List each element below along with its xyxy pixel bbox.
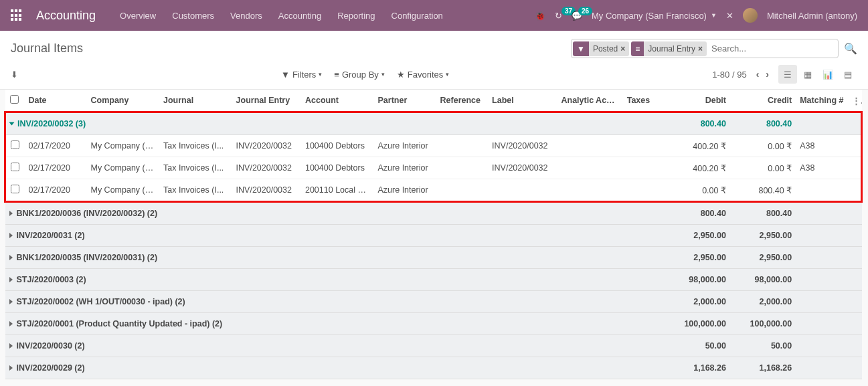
table-row[interactable]: 02/17/2020 My Company (S... Tax Invoices… bbox=[5, 135, 862, 157]
control-panel: Journal Items ▼ Posted × ≡ Journal Entry… bbox=[0, 31, 868, 90]
chevron-down-icon: ▾ bbox=[446, 71, 449, 78]
table-row[interactable]: 02/17/2020 My Company (S... Tax Invoices… bbox=[5, 179, 862, 202]
app-title: Accounting bbox=[36, 9, 96, 23]
caret-right-icon bbox=[9, 321, 13, 326]
group-row[interactable]: STJ/2020/0001 (Product Quantity Updated … bbox=[5, 313, 862, 335]
caret-right-icon bbox=[9, 299, 13, 304]
nav-configuration[interactable]: Configuration bbox=[385, 7, 450, 25]
apps-icon[interactable] bbox=[11, 9, 23, 21]
nav-accounting[interactable]: Accounting bbox=[272, 7, 328, 25]
optional-columns-button[interactable]: ⋮ bbox=[848, 90, 862, 112]
col-label[interactable]: Label bbox=[488, 90, 557, 112]
caret-right-icon bbox=[9, 343, 13, 349]
row-checkbox[interactable] bbox=[11, 163, 19, 171]
table-row[interactable]: 02/17/2020 My Company (S... Tax Invoices… bbox=[5, 157, 862, 179]
company-selector[interactable]: My Company (San Francisco) ▼ bbox=[592, 11, 717, 21]
col-journal[interactable]: Journal bbox=[159, 90, 232, 112]
pager-next[interactable]: › bbox=[766, 69, 769, 80]
group-icon: ≡ bbox=[334, 70, 339, 80]
col-matching[interactable]: Matching # bbox=[796, 90, 848, 112]
group-row[interactable]: STJ/2020/0002 (WH 1/OUT/00030 - ipad) (2… bbox=[5, 291, 862, 313]
caret-right-icon bbox=[9, 233, 13, 238]
col-journal-entry[interactable]: Journal Entry bbox=[232, 90, 301, 112]
search-view[interactable]: ▼ Posted × ≡ Journal Entry × bbox=[571, 39, 839, 58]
star-icon: ★ bbox=[397, 70, 405, 80]
filter-facet-posted[interactable]: ▼ Posted × bbox=[573, 41, 629, 56]
group-row[interactable]: STJ/2020/0003 (2)98,000.0098,000.00 bbox=[5, 269, 862, 291]
settings-icon[interactable]: ✕ bbox=[726, 11, 733, 21]
caret-right-icon bbox=[9, 277, 13, 282]
messaging-icon[interactable]: 💬26 bbox=[572, 11, 582, 21]
user-menu[interactable]: Mitchell Admin (antony) bbox=[767, 11, 857, 21]
avatar[interactable] bbox=[743, 8, 758, 23]
row-checkbox[interactable] bbox=[11, 185, 19, 193]
group-row[interactable]: INV/2020/0031 (2)2,950.002,950.00 bbox=[5, 225, 862, 247]
caret-right-icon bbox=[9, 211, 13, 216]
caret-down-icon bbox=[9, 122, 15, 126]
favorites-button[interactable]: ★ Favorites ▾ bbox=[397, 70, 449, 80]
chevron-down-icon: ▾ bbox=[319, 71, 322, 78]
group-facet-journal-entry[interactable]: ≡ Journal Entry × bbox=[631, 41, 707, 56]
group-icon: ≡ bbox=[631, 41, 644, 56]
chevron-down-icon: ▼ bbox=[711, 12, 717, 19]
main-navbar: Accounting Overview Customers Vendors Ac… bbox=[0, 0, 868, 31]
breadcrumb: Journal Items bbox=[11, 41, 83, 56]
col-reference[interactable]: Reference bbox=[436, 90, 489, 112]
filter-icon: ▼ bbox=[573, 41, 589, 56]
nav-links: Overview Customers Vendors Accounting Re… bbox=[113, 7, 450, 25]
col-credit[interactable]: Credit bbox=[730, 90, 796, 112]
clock-icon[interactable]: ↻37 bbox=[555, 11, 562, 21]
group-row[interactable]: INV/2020/0032 (3) 800.40 800.40 bbox=[5, 112, 862, 135]
col-debit[interactable]: Debit bbox=[665, 90, 730, 112]
col-account[interactable]: Account bbox=[301, 90, 374, 112]
caret-right-icon bbox=[9, 365, 13, 371]
col-partner[interactable]: Partner bbox=[374, 90, 436, 112]
col-analytic[interactable]: Analytic Acco... bbox=[557, 90, 622, 112]
filter-icon: ▼ bbox=[281, 70, 290, 80]
pivot-view-button[interactable]: ▦ bbox=[798, 65, 817, 84]
header-row: Date Company Journal Journal Entry Accou… bbox=[5, 90, 862, 112]
caret-right-icon bbox=[9, 255, 13, 260]
groupby-button[interactable]: ≡ Group By ▾ bbox=[334, 70, 385, 80]
export-icon[interactable]: ⬇ bbox=[11, 70, 18, 80]
select-all-checkbox[interactable] bbox=[10, 95, 19, 104]
group-row[interactable]: BNK1/2020/0036 (INV/2020/0032) (2)800.40… bbox=[5, 202, 862, 225]
graph-view-button[interactable]: 📊 bbox=[818, 65, 837, 84]
nav-right: 🐞 ↻37 💬26 My Company (San Francisco) ▼ ✕… bbox=[535, 8, 857, 23]
nav-overview[interactable]: Overview bbox=[113, 7, 163, 25]
pager-prev[interactable]: ‹ bbox=[756, 69, 760, 80]
list-view-button[interactable]: ☰ bbox=[778, 65, 797, 84]
kanban-view-button[interactable]: ▤ bbox=[839, 65, 857, 84]
chevron-down-icon: ▾ bbox=[381, 71, 385, 78]
col-date[interactable]: Date bbox=[24, 90, 86, 112]
col-taxes[interactable]: Taxes bbox=[623, 90, 665, 112]
nav-vendors[interactable]: Vendors bbox=[224, 7, 269, 25]
group-row[interactable]: INV/2020/0030 (2)50.0050.00 bbox=[5, 335, 862, 357]
bug-icon[interactable]: 🐞 bbox=[535, 11, 545, 21]
filters-button[interactable]: ▼ Filters ▾ bbox=[281, 70, 322, 80]
row-checkbox[interactable] bbox=[11, 140, 19, 149]
nav-customers[interactable]: Customers bbox=[165, 7, 221, 25]
pager[interactable]: 1-80 / 95 bbox=[712, 70, 746, 80]
search-icon[interactable]: 🔍 bbox=[844, 42, 857, 55]
group-row[interactable]: INV/2020/0029 (2)1,168.261,168.26 bbox=[5, 357, 862, 379]
nav-reporting[interactable]: Reporting bbox=[331, 7, 381, 25]
close-icon[interactable]: × bbox=[620, 44, 625, 54]
col-company[interactable]: Company bbox=[86, 90, 159, 112]
list-view: Date Company Journal Journal Entry Accou… bbox=[0, 90, 868, 379]
search-input[interactable] bbox=[709, 41, 837, 56]
group-row[interactable]: BNK1/2020/0035 (INV/2020/0031) (2)2,950.… bbox=[5, 247, 862, 269]
close-icon[interactable]: × bbox=[698, 44, 703, 54]
